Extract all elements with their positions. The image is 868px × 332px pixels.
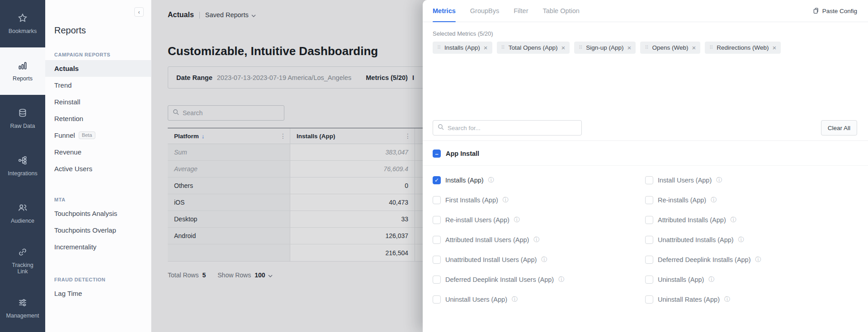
metric-checkbox-unattributed-install-users-app[interactable]: Unattributed Install Users (App) ⓘ xyxy=(433,250,645,270)
checkbox-icon[interactable] xyxy=(645,176,653,184)
metric-checkbox-re-install-users-app[interactable]: Re-install Users (App) ⓘ xyxy=(433,210,645,230)
sidebar-item-lag-time[interactable]: Lag Time xyxy=(45,285,151,302)
info-icon: ⓘ xyxy=(708,276,714,284)
metric-checkbox-re-installs-app[interactable]: Re-installs (App) ⓘ xyxy=(645,190,854,210)
drag-handle-icon[interactable]: ⠿ xyxy=(709,45,713,51)
close-icon[interactable]: × xyxy=(692,44,696,51)
metric-chip[interactable]: ⠿ Installs (App) × xyxy=(433,42,492,54)
checkbox-icon[interactable] xyxy=(433,236,441,244)
sidebar-item-touchpoints-analysis[interactable]: Touchpoints Analysis xyxy=(45,205,151,222)
metric-checkbox-deferred-deeplink-installs-app[interactable]: Deferred Deeplink Installs (App) ⓘ xyxy=(645,250,854,270)
metric-checkbox-attributed-install-users-app[interactable]: Attributed Install Users (App) ⓘ xyxy=(433,230,645,250)
metric-chip[interactable]: ⠿ Opens (Web) × xyxy=(640,42,700,54)
paste-config-button[interactable]: Paste Config xyxy=(812,0,857,22)
selected-metrics-label: Selected Metrics (5/20) xyxy=(433,30,493,37)
metric-checkbox-installs-app[interactable]: ✓ Installs (App) ⓘ xyxy=(433,170,645,190)
checkbox-icon[interactable] xyxy=(645,236,653,244)
nav-item-bookmarks[interactable]: Bookmarks xyxy=(0,0,45,47)
tab-label: Metrics xyxy=(433,7,456,14)
metric-chip[interactable]: ⠿ Total Opens (App) × xyxy=(497,42,570,54)
divider xyxy=(423,140,868,141)
metric-label: First Installs (App) xyxy=(445,196,498,204)
metric-checkbox-attributed-installs-app[interactable]: Attributed Installs (App) ⓘ xyxy=(645,210,854,230)
checkbox-icon[interactable] xyxy=(433,276,441,284)
metric-group-app-install[interactable]: – App Install xyxy=(433,150,479,158)
clipboard-icon xyxy=(812,7,819,15)
checkbox-icon[interactable] xyxy=(433,216,441,224)
tab-groupbys[interactable]: GroupBys xyxy=(470,0,499,22)
sidebar-item-label: Active Users xyxy=(54,165,92,173)
checked-checkbox-icon[interactable]: ✓ xyxy=(433,176,441,184)
metric-search-input[interactable] xyxy=(448,125,577,131)
close-icon[interactable]: × xyxy=(627,44,632,51)
network-icon xyxy=(18,155,28,167)
nav-item-management[interactable]: Management xyxy=(0,285,45,332)
primary-nav-rail: Bookmarks Reports Raw Data Integrations … xyxy=(0,0,45,332)
sidebar-item-touchpoints-overlap[interactable]: Touchpoints Overlap xyxy=(45,222,151,238)
drag-handle-icon[interactable]: ⠿ xyxy=(579,45,582,51)
tab-table-option[interactable]: Table Option xyxy=(543,0,580,22)
tab-metrics[interactable]: Metrics xyxy=(433,0,456,22)
chip-label: Redirections (Web) xyxy=(717,44,769,51)
sidebar-item-trend[interactable]: Trend xyxy=(45,77,151,94)
info-icon: ⓘ xyxy=(541,256,547,264)
metric-checkbox-unattributed-installs-app[interactable]: Unattributed Installs (App) ⓘ xyxy=(645,230,854,250)
metric-search-box[interactable] xyxy=(433,120,582,136)
metric-checkbox-install-users-app[interactable]: Install Users (App) ⓘ xyxy=(645,170,854,190)
drag-handle-icon[interactable]: ⠿ xyxy=(645,45,648,51)
nav-label: Tracking Link xyxy=(7,262,38,275)
metric-label: Install Users (App) xyxy=(658,177,712,184)
chip-label: Installs (App) xyxy=(444,44,480,51)
nav-item-reports[interactable]: Reports xyxy=(0,47,45,95)
divider xyxy=(423,165,868,166)
metric-label: Attributed Install Users (App) xyxy=(445,236,529,243)
checkbox-icon[interactable] xyxy=(645,276,653,284)
metric-checkbox-uninstalls-app[interactable]: Uninstalls (App) ⓘ xyxy=(645,270,854,290)
drag-handle-icon[interactable]: ⠿ xyxy=(501,45,505,51)
metric-checkbox-grid: ✓ Installs (App) ⓘ Install Users (App) ⓘ… xyxy=(433,170,854,309)
close-icon[interactable]: × xyxy=(773,44,777,51)
checkbox-icon[interactable] xyxy=(645,196,653,204)
nav-item-raw-data[interactable]: Raw Data xyxy=(0,95,45,142)
nav-item-tracking-link[interactable]: Tracking Link xyxy=(0,237,45,285)
metric-checkbox-uninstall-rates-app[interactable]: Uninstall Rates (App) ⓘ xyxy=(645,290,854,309)
link-icon xyxy=(18,247,28,259)
sidebar-item-incrementality[interactable]: Incrementality xyxy=(45,238,151,255)
metric-label: Uninstalls (App) xyxy=(658,276,704,283)
metric-checkbox-uninstall-users-app[interactable]: Uninstall Users (App) ⓘ xyxy=(433,290,645,309)
checkbox-icon[interactable] xyxy=(433,256,441,264)
sidebar-item-funnel[interactable]: Funnel Beta xyxy=(45,127,151,144)
checkbox-icon[interactable] xyxy=(645,216,653,224)
metric-checkbox-first-installs-app[interactable]: First Installs (App) ⓘ xyxy=(433,190,645,210)
checkbox-icon[interactable] xyxy=(433,295,441,304)
tab-filter[interactable]: Filter xyxy=(514,0,528,22)
close-icon[interactable]: × xyxy=(484,44,488,51)
checkbox-icon[interactable] xyxy=(433,196,441,204)
sidebar-item-retention[interactable]: Retention xyxy=(45,110,151,127)
sidebar-item-label: Incrementality xyxy=(54,243,96,251)
close-icon[interactable]: × xyxy=(561,44,565,51)
chip-label: Total Opens (App) xyxy=(509,44,558,51)
sidebar-item-actuals[interactable]: Actuals xyxy=(45,60,151,77)
checkbox-icon[interactable] xyxy=(645,295,653,304)
nav-label: Raw Data xyxy=(10,123,35,129)
section-heading-fraud-detection: FRAUD DETECTION xyxy=(54,277,151,282)
nav-label: Management xyxy=(6,313,39,319)
sidebar-title: Reports xyxy=(54,25,151,36)
metric-label: Deferred Deeplink Install Users (App) xyxy=(445,276,554,283)
sidebar-item-active-users[interactable]: Active Users xyxy=(45,160,151,177)
indeterminate-checkbox-icon[interactable]: – xyxy=(433,150,441,158)
nav-item-audience[interactable]: Audience xyxy=(0,190,45,237)
metric-label: Deferred Deeplink Installs (App) xyxy=(658,256,751,263)
sidebar-item-revenue[interactable]: Revenue xyxy=(45,144,151,160)
sidebar-collapse-button[interactable]: ‹ xyxy=(134,7,144,17)
nav-item-integrations[interactable]: Integrations xyxy=(0,142,45,190)
sidebar-item-label: Retention xyxy=(54,115,83,122)
metric-chip[interactable]: ⠿ Sign-up (App) × xyxy=(574,42,636,54)
checkbox-icon[interactable] xyxy=(645,256,653,264)
metric-checkbox-deferred-deeplink-install-users-app[interactable]: Deferred Deeplink Install Users (App) ⓘ xyxy=(433,270,645,290)
metric-chip[interactable]: ⠿ Redirections (Web) × xyxy=(705,42,781,54)
clear-all-button[interactable]: Clear All xyxy=(821,120,857,136)
sidebar-item-reinstall[interactable]: Reinstall xyxy=(45,94,151,110)
drag-handle-icon[interactable]: ⠿ xyxy=(437,45,441,51)
